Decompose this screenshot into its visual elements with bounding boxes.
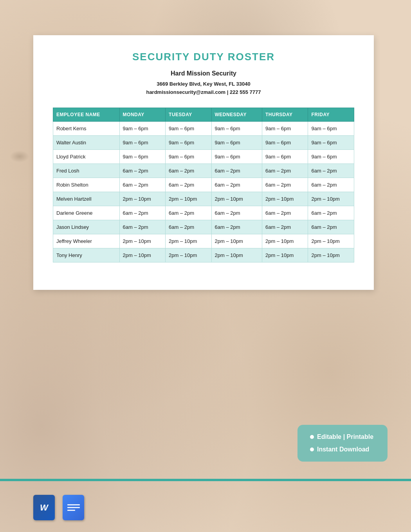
schedule-cell: 2pm – 10pm xyxy=(211,248,262,262)
address-line1: 3669 Berkley Blvd, Key West, FL 33040 xyxy=(157,81,250,87)
table-row: Walter Austin9am – 6pm9am – 6pm9am – 6pm… xyxy=(53,135,354,149)
col-header-2: TUESDAY xyxy=(166,108,211,121)
schedule-cell: 6am – 2pm xyxy=(211,220,262,234)
company-address: 3669 Berkley Blvd, Key West, FL 33040 ha… xyxy=(53,80,354,97)
table-row: Jason Lindsey6am – 2pm6am – 2pm6am – 2pm… xyxy=(53,220,354,234)
schedule-cell: 2pm – 10pm xyxy=(119,192,165,206)
docs-icon[interactable] xyxy=(63,495,84,520)
schedule-cell: 2pm – 10pm xyxy=(211,234,262,248)
employee-name: Melven Hartzell xyxy=(53,192,120,206)
schedule-cell: 6am – 2pm xyxy=(262,164,308,178)
schedule-cell: 6am – 2pm xyxy=(119,178,165,192)
table-row: Melven Hartzell2pm – 10pm2pm – 10pm2pm –… xyxy=(53,192,354,206)
schedule-cell: 9am – 6pm xyxy=(308,135,354,149)
features-badge: Editable | Printable Instant Download xyxy=(297,425,388,462)
schedule-cell: 6am – 2pm xyxy=(308,164,354,178)
schedule-cell: 6am – 2pm xyxy=(166,206,211,220)
word-letter: W xyxy=(40,503,48,512)
schedule-cell: 9am – 6pm xyxy=(119,149,165,164)
docs-line-3 xyxy=(67,510,75,511)
bullet-icon-2 xyxy=(310,448,314,451)
schedule-cell: 6am – 2pm xyxy=(308,220,354,234)
schedule-cell: 6am – 2pm xyxy=(211,164,262,178)
employee-name: Jeffrey Wheeler xyxy=(53,234,120,248)
schedule-cell: 6am – 2pm xyxy=(119,220,165,234)
table-row: Jeffrey Wheeler2pm – 10pm2pm – 10pm2pm –… xyxy=(53,234,354,248)
badge-item-download: Instant Download xyxy=(310,446,375,453)
schedule-cell: 2pm – 10pm xyxy=(262,192,308,206)
schedule-cell: 9am – 6pm xyxy=(119,135,165,149)
schedule-cell: 9am – 6pm xyxy=(308,149,354,164)
table-row: Fred Losh6am – 2pm6am – 2pm6am – 2pm6am … xyxy=(53,164,354,178)
bullet-icon xyxy=(310,435,314,439)
schedule-cell: 2pm – 10pm xyxy=(308,248,354,262)
duty-roster-table: EMPLOYEE NAMEMONDAYTUESDAYWEDNESDAYTHURS… xyxy=(53,108,354,262)
schedule-cell: 6am – 2pm xyxy=(119,164,165,178)
schedule-cell: 6am – 2pm xyxy=(262,206,308,220)
schedule-cell: 2pm – 10pm xyxy=(262,234,308,248)
schedule-cell: 2pm – 10pm xyxy=(119,248,165,262)
word-icon[interactable]: W xyxy=(33,495,55,520)
employee-name: Fred Losh xyxy=(53,164,120,178)
schedule-cell: 9am – 6pm xyxy=(262,135,308,149)
col-header-1: MONDAY xyxy=(119,108,165,121)
document-container: SECURITY DUTY ROSTER Hard Mission Securi… xyxy=(33,35,374,290)
schedule-cell: 2pm – 10pm xyxy=(211,192,262,206)
schedule-cell: 2pm – 10pm xyxy=(166,192,211,206)
employee-name: Jason Lindsey xyxy=(53,220,120,234)
schedule-cell: 9am – 6pm xyxy=(211,121,262,135)
table-row: Tony Henry2pm – 10pm2pm – 10pm2pm – 10pm… xyxy=(53,248,354,262)
schedule-cell: 6am – 2pm xyxy=(166,164,211,178)
col-header-4: THURSDAY xyxy=(262,108,308,121)
employee-name: Lloyd Patrick xyxy=(53,149,120,164)
schedule-cell: 9am – 6pm xyxy=(166,149,211,164)
company-name: Hard Mission Security xyxy=(53,70,354,77)
schedule-cell: 2pm – 10pm xyxy=(308,192,354,206)
schedule-cell: 9am – 6pm xyxy=(211,149,262,164)
schedule-cell: 9am – 6pm xyxy=(211,135,262,149)
table-row: Robert Kerns9am – 6pm9am – 6pm9am – 6pm9… xyxy=(53,121,354,135)
col-header-3: WEDNESDAY xyxy=(211,108,262,121)
schedule-cell: 2pm – 10pm xyxy=(308,234,354,248)
employee-name: Darlene Greene xyxy=(53,206,120,220)
address-line2: hardmissionsecurity@zmail.com | 222 555 … xyxy=(146,89,261,95)
schedule-cell: 6am – 2pm xyxy=(119,206,165,220)
docs-lines xyxy=(67,504,80,511)
schedule-cell: 9am – 6pm xyxy=(166,121,211,135)
schedule-cell: 9am – 6pm xyxy=(166,135,211,149)
schedule-cell: 2pm – 10pm xyxy=(262,248,308,262)
schedule-cell: 6am – 2pm xyxy=(262,220,308,234)
table-row: Robin Shelton6am – 2pm6am – 2pm6am – 2pm… xyxy=(53,178,354,192)
schedule-cell: 6am – 2pm xyxy=(308,206,354,220)
schedule-cell: 6am – 2pm xyxy=(166,178,211,192)
schedule-cell: 2pm – 10pm xyxy=(166,248,211,262)
employee-name: Robin Shelton xyxy=(53,178,120,192)
docs-line-1 xyxy=(67,504,80,505)
employee-name: Tony Henry xyxy=(53,248,120,262)
col-header-0: EMPLOYEE NAME xyxy=(53,108,120,121)
schedule-cell: 9am – 6pm xyxy=(119,121,165,135)
schedule-cell: 9am – 6pm xyxy=(262,121,308,135)
employee-name: Robert Kerns xyxy=(53,121,120,135)
docs-line-2 xyxy=(67,507,80,508)
bottom-bar xyxy=(0,479,411,481)
table-row: Darlene Greene6am – 2pm6am – 2pm6am – 2p… xyxy=(53,206,354,220)
col-header-5: FRIDAY xyxy=(308,108,354,121)
document-title: SECURITY DUTY ROSTER xyxy=(53,51,354,63)
header-row: EMPLOYEE NAMEMONDAYTUESDAYWEDNESDAYTHURS… xyxy=(53,108,354,121)
schedule-cell: 9am – 6pm xyxy=(308,121,354,135)
schedule-cell: 6am – 2pm xyxy=(211,178,262,192)
table-header: EMPLOYEE NAMEMONDAYTUESDAYWEDNESDAYTHURS… xyxy=(53,108,354,121)
schedule-cell: 9am – 6pm xyxy=(262,149,308,164)
schedule-cell: 6am – 2pm xyxy=(211,206,262,220)
table-body: Robert Kerns9am – 6pm9am – 6pm9am – 6pm9… xyxy=(53,121,354,262)
table-row: Lloyd Patrick9am – 6pm9am – 6pm9am – 6pm… xyxy=(53,149,354,164)
schedule-cell: 6am – 2pm xyxy=(166,220,211,234)
badge-item-editable: Editable | Printable xyxy=(310,433,375,440)
schedule-cell: 6am – 2pm xyxy=(262,178,308,192)
footer-icons: W xyxy=(33,495,84,520)
schedule-cell: 2pm – 10pm xyxy=(166,234,211,248)
schedule-cell: 6am – 2pm xyxy=(308,178,354,192)
employee-name: Walter Austin xyxy=(53,135,120,149)
schedule-cell: 2pm – 10pm xyxy=(119,234,165,248)
